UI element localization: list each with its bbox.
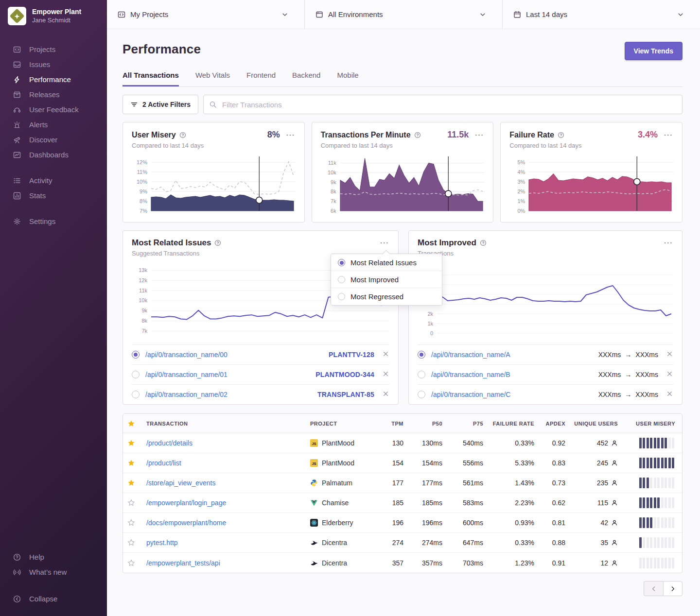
project-filter[interactable]: My Projects: [107, 0, 305, 29]
dropdown-option[interactable]: Most Regressed: [331, 288, 442, 305]
column-header-user-misery[interactable]: User Misery: [625, 421, 682, 427]
star-outline-icon[interactable]: [123, 519, 146, 527]
dropdown-option[interactable]: Most Improved: [331, 271, 442, 288]
close-icon[interactable]: [382, 350, 389, 359]
sidebar-item-settings[interactable]: Settings: [0, 214, 107, 229]
ellipsis-menu[interactable]: ⋯: [380, 240, 389, 245]
failure-rate-cell: 0.93%: [490, 519, 541, 527]
close-icon[interactable]: [666, 350, 673, 359]
issue-tag[interactable]: TRANSPLANT-85: [317, 391, 374, 398]
previous-page-button[interactable]: [644, 581, 663, 596]
star-filled-icon[interactable]: [123, 479, 146, 487]
table-row: /docs/empowerplant/home Elderberry 196 1…: [123, 513, 682, 533]
column-header-apdex[interactable]: Apdex: [541, 421, 572, 427]
next-page-button[interactable]: [663, 581, 682, 596]
project-cell: JSPlantMood: [310, 439, 382, 447]
svg-text:JS: JS: [312, 462, 316, 466]
dropdown-option[interactable]: Most Related Issues: [331, 254, 442, 271]
tab-backend[interactable]: Backend: [292, 71, 320, 86]
tab-web-vitals[interactable]: Web Vitals: [195, 71, 230, 86]
transaction-link[interactable]: /api/0/transaction_name/02: [145, 391, 317, 398]
transaction-link[interactable]: /api/0/transaction_name/B: [431, 371, 598, 378]
active-filters-button[interactable]: 2 Active Filters: [122, 95, 198, 114]
apdex-cell: 0.81: [541, 519, 572, 527]
help-circle-icon[interactable]: [179, 132, 186, 138]
sidebar-item-dashboards[interactable]: Dashboards: [0, 147, 107, 162]
help-circle-icon[interactable]: [480, 240, 487, 246]
star-filled-icon[interactable]: [123, 459, 146, 467]
column-header-transaction[interactable]: Transaction: [146, 421, 310, 427]
help-circle-icon[interactable]: [558, 132, 564, 138]
column-header-project[interactable]: Project: [310, 421, 382, 427]
column-header-tpm[interactable]: TPM: [382, 421, 410, 427]
sidebar-item-projects[interactable]: Projects: [0, 42, 107, 57]
issue-tag[interactable]: PLANTMOOD-344: [315, 371, 374, 378]
transaction-radio[interactable]: [418, 351, 425, 359]
sidebar-item-user-feedback[interactable]: User Feedback: [0, 102, 107, 117]
sidebar-item-alerts[interactable]: Alerts: [0, 117, 107, 132]
transaction-cell: /empowerplant_tests/api: [146, 559, 310, 567]
p50-cell: 154ms: [410, 459, 449, 467]
transaction-radio[interactable]: [418, 371, 425, 378]
ellipsis-menu[interactable]: ⋯: [664, 133, 673, 137]
transaction-link[interactable]: /api/0/transaction_name/01: [145, 371, 315, 378]
star-outline-icon[interactable]: [123, 539, 146, 547]
transaction-link[interactable]: /product/details: [146, 439, 192, 447]
close-icon[interactable]: [666, 370, 673, 379]
transaction-cell: pytest.http: [146, 539, 310, 547]
transaction-link[interactable]: /docs/empowerplant/home: [146, 519, 226, 527]
transaction-link[interactable]: /product/list: [146, 459, 181, 467]
close-icon[interactable]: [382, 390, 389, 399]
transaction-radio[interactable]: [418, 391, 425, 398]
transaction-link[interactable]: /store/api_view_events: [146, 479, 215, 487]
sidebar-item-performance[interactable]: Performance: [0, 72, 107, 87]
option-radio[interactable]: [338, 259, 345, 266]
sidebar-item-whats-new[interactable]: What’s new: [0, 565, 107, 580]
environment-filter[interactable]: All Environments: [305, 0, 503, 29]
search-input[interactable]: [203, 95, 682, 114]
sidebar-item-activity[interactable]: Activity: [0, 173, 107, 188]
option-radio[interactable]: [338, 276, 345, 283]
sidebar-item-issues[interactable]: Issues: [0, 57, 107, 72]
tab-frontend[interactable]: Frontend: [246, 71, 276, 86]
help-circle-icon[interactable]: [414, 132, 421, 138]
close-icon[interactable]: [666, 390, 673, 399]
column-header-unique-users[interactable]: Unique Users: [572, 421, 625, 427]
star-outline-icon[interactable]: [123, 559, 146, 567]
transaction-link[interactable]: /empowerplant/login_page: [146, 499, 226, 507]
failure-rate-cell: 5.33%: [490, 459, 541, 467]
transaction-link[interactable]: /api/0/transaction_name/A: [431, 351, 598, 359]
issue-tag[interactable]: PLANTTV-128: [329, 351, 374, 359]
transaction-radio[interactable]: [132, 371, 140, 378]
transaction-link[interactable]: /empowerplant_tests/api: [146, 559, 220, 567]
card-title: Most Related Issues: [132, 238, 211, 248]
star-column-header[interactable]: [123, 420, 146, 428]
sidebar-item-discover[interactable]: Discover: [0, 132, 107, 147]
column-header-p75[interactable]: P75: [449, 421, 490, 427]
close-icon[interactable]: [382, 370, 389, 379]
column-header-p50[interactable]: P50: [410, 421, 449, 427]
sidebar-item-stats[interactable]: Stats: [0, 188, 107, 203]
view-trends-button[interactable]: View Trends: [625, 42, 682, 60]
option-radio[interactable]: [338, 293, 345, 300]
tab-mobile[interactable]: Mobile: [337, 71, 358, 86]
ellipsis-menu[interactable]: ⋯: [474, 133, 484, 137]
star-outline-icon[interactable]: [123, 499, 146, 507]
sidebar-item-help[interactable]: Help: [0, 549, 107, 565]
ellipsis-menu[interactable]: ⋯: [286, 133, 296, 137]
transaction-link[interactable]: pytest.http: [146, 539, 178, 547]
star-filled-icon[interactable]: [123, 439, 146, 447]
transaction-radio[interactable]: [132, 391, 140, 398]
transaction-link[interactable]: /api/0/transaction_name/00: [145, 351, 329, 359]
sidebar-item-releases[interactable]: Releases: [0, 87, 107, 102]
project-cell: Palmatum: [310, 479, 382, 487]
ellipsis-menu[interactable]: ⋯: [664, 240, 673, 245]
transaction-link[interactable]: /api/0/transaction_name/C: [431, 391, 598, 398]
transaction-radio[interactable]: [132, 351, 140, 359]
org-switcher[interactable]: Empower Plant Jane Schmidt: [0, 0, 107, 31]
date-filter[interactable]: Last 14 days: [503, 0, 700, 29]
tab-all-transactions[interactable]: All Transactions: [122, 71, 179, 86]
sidebar-item-collapse[interactable]: Collapse: [0, 591, 107, 606]
column-header-failure-rate[interactable]: Failure Rate: [490, 421, 541, 427]
help-circle-icon[interactable]: [214, 240, 221, 246]
